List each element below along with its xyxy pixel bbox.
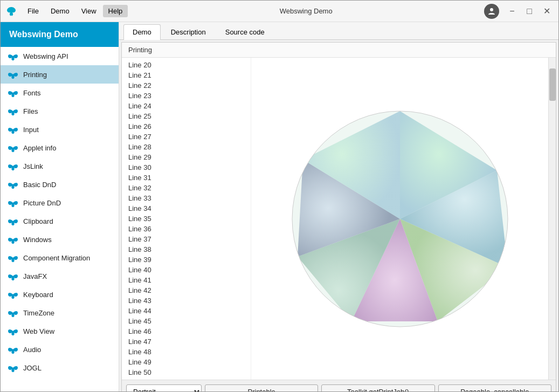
tab-source-code[interactable]: Source code: [216, 24, 274, 39]
sidebar-item-jogl[interactable]: JOGL: [1, 359, 119, 377]
list-item: Line 25: [122, 111, 251, 121]
list-item: Line 29: [122, 152, 251, 162]
butterfly-icon: [7, 143, 19, 153]
list-item: Line 36: [122, 224, 251, 234]
list-item: Line 37: [122, 234, 251, 244]
list-item: Line 26: [122, 121, 251, 132]
butterfly-icon: [7, 70, 19, 79]
list-item: Line 31: [122, 173, 251, 183]
user-icon: [484, 4, 499, 19]
button-row-1: Portrait Landscape Printable Toolkit.get…: [126, 384, 551, 391]
menu-view[interactable]: View: [76, 5, 102, 17]
scrollbar[interactable]: [548, 58, 556, 380]
diagram-area: [251, 58, 548, 380]
portrait-select[interactable]: Portrait Landscape: [126, 384, 202, 391]
tab-demo[interactable]: Demo: [123, 24, 161, 40]
bottom-bar: Portrait Landscape Printable Toolkit.get…: [122, 380, 556, 391]
butterfly-icon: [7, 326, 19, 336]
tab-bar: DemoDescriptionSource code: [119, 22, 558, 40]
list-item: Line 43: [122, 295, 251, 306]
list-item: Line 32: [122, 183, 251, 193]
sidebar-item-printing[interactable]: Printing: [1, 65, 119, 84]
minimize-button[interactable]: −: [505, 4, 520, 19]
pageable-cancellable-button[interactable]: Pageable, cancellable: [438, 384, 551, 391]
sidebar-label: Windows: [23, 236, 52, 244]
list-item: Line 46: [122, 326, 251, 336]
butterfly-icon: [7, 290, 19, 299]
title-bar: File Demo View Help Webswing Demo − □ ✕: [1, 1, 558, 22]
content-area: DemoDescriptionSource code Printing Line…: [119, 22, 558, 391]
list-item: Line 21: [122, 70, 251, 80]
panel-body: Line 20Line 21Line 22Line 23Line 24Line …: [122, 58, 556, 380]
tab-description[interactable]: Description: [162, 24, 215, 39]
sidebar-label: Component Migration: [23, 254, 90, 262]
main-panel: Printing Line 20Line 21Line 22Line 23Lin…: [121, 42, 556, 391]
close-button[interactable]: ✕: [539, 4, 554, 19]
sidebar-item-component-migration[interactable]: Component Migration: [1, 249, 119, 267]
maximize-button[interactable]: □: [522, 4, 537, 19]
butterfly-icon: [7, 51, 19, 61]
sidebar-label: Webswing API: [23, 52, 68, 60]
list-item: Line 41: [122, 275, 251, 285]
app-logo: [5, 5, 18, 18]
get-print-job-button[interactable]: Toolkit.getPrintJob(): [321, 384, 434, 391]
list-item: Line 49: [122, 357, 251, 367]
list-item: Line 44: [122, 306, 251, 316]
sidebar-label: Fonts: [23, 89, 41, 97]
menu-bar: File Demo View Help: [22, 5, 128, 17]
lines-list: Line 20Line 21Line 22Line 23Line 24Line …: [122, 58, 251, 380]
menu-demo[interactable]: Demo: [45, 5, 75, 17]
butterfly-icon: [7, 345, 19, 354]
butterfly-icon: [7, 88, 19, 98]
sidebar-label: JsLink: [23, 162, 43, 170]
list-item: Line 35: [122, 214, 251, 224]
main-layout: Webswing Demo Webswing API Printing Font…: [1, 22, 558, 391]
list-item: Line 45: [122, 316, 251, 326]
menu-file[interactable]: File: [22, 5, 44, 17]
sidebar-item-clipboard[interactable]: Clipboard: [1, 212, 119, 230]
list-item: Line 42: [122, 285, 251, 295]
sidebar-item-files[interactable]: Files: [1, 102, 119, 120]
sidebar-label: Files: [23, 107, 38, 115]
printable-button[interactable]: Printable: [205, 384, 318, 391]
svg-point-0: [490, 8, 493, 11]
list-item: Line 34: [122, 203, 251, 214]
sidebar-label: JavaFX: [23, 272, 47, 280]
list-item: Line 23: [122, 91, 251, 101]
menu-help[interactable]: Help: [103, 5, 128, 17]
sidebar-item-input[interactable]: Input: [1, 120, 119, 139]
window-controls: − □ ✕: [484, 4, 554, 19]
sidebar-label: Printing: [23, 71, 47, 79]
sidebar-item-web-view[interactable]: Web View: [1, 322, 119, 340]
butterfly-icon: [7, 216, 19, 226]
sidebar-item-audio[interactable]: Audio: [1, 340, 119, 359]
sidebar-item-jslink[interactable]: JsLink: [1, 157, 119, 175]
butterfly-icon: [7, 271, 19, 281]
sidebar-item-javafx[interactable]: JavaFX: [1, 267, 119, 285]
list-item: Line 27: [122, 132, 251, 142]
butterfly-icon: [7, 106, 19, 116]
sidebar-item-fonts[interactable]: Fonts: [1, 84, 119, 102]
sidebar-item-webswing-api[interactable]: Webswing API: [1, 47, 119, 65]
sidebar-header: Webswing Demo: [1, 22, 119, 47]
list-item: Line 38: [122, 244, 251, 255]
sidebar-item-picture-dnd[interactable]: Picture DnD: [1, 194, 119, 212]
sidebar-label: Web View: [23, 327, 54, 335]
sidebar-label: Applet info: [23, 144, 56, 152]
sidebar-item-basic-dnd[interactable]: Basic DnD: [1, 175, 119, 194]
sidebar-item-applet-info[interactable]: Applet info: [1, 139, 119, 157]
circle-diagram: [287, 106, 513, 332]
butterfly-icon: [7, 198, 19, 208]
sidebar: Webswing Demo Webswing API Printing Font…: [1, 22, 119, 391]
butterfly-icon: [7, 180, 19, 189]
sidebar-label: Clipboard: [23, 217, 53, 225]
butterfly-icon: [7, 253, 19, 263]
list-item: Line 48: [122, 347, 251, 357]
sidebar-item-windows[interactable]: Windows: [1, 230, 119, 249]
sidebar-item-keyboard[interactable]: Keyboard: [1, 285, 119, 304]
sidebar-label: Basic DnD: [23, 181, 56, 189]
list-item: Line 30: [122, 162, 251, 173]
list-item: Line 50: [122, 367, 251, 377]
scroll-thumb[interactable]: [549, 68, 556, 101]
sidebar-item-timezone[interactable]: TimeZone: [1, 304, 119, 322]
